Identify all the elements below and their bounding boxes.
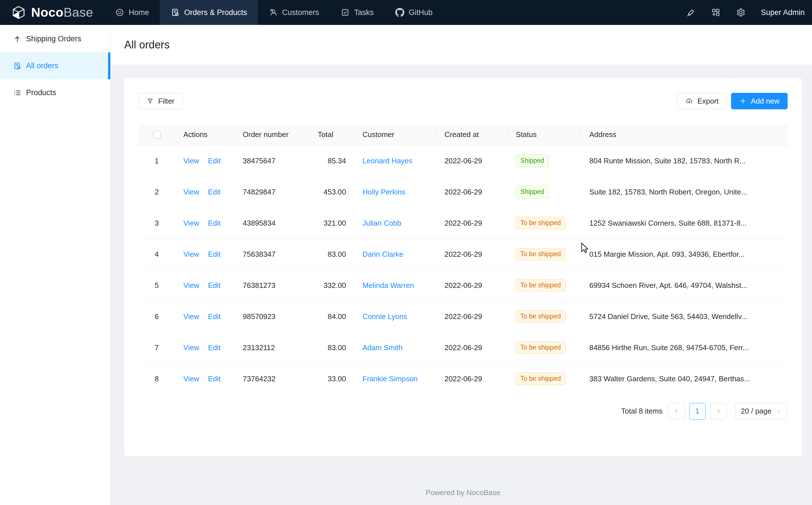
total-cell: 84.00 — [309, 301, 354, 332]
orders-table: Actions Order number Total Customer Crea… — [139, 124, 788, 394]
order-number-cell: 74829847 — [235, 176, 309, 207]
created-at-cell: 2022-06-29 — [436, 363, 508, 394]
table-row: 3 View Edit 43895834 321.00 Julian Cobb … — [139, 207, 788, 238]
table-row: 7 View Edit 23132112 83.00 Adam Smith 20… — [139, 332, 788, 363]
highlighter-icon[interactable] — [686, 8, 696, 17]
toolbar-actions: Export Add new — [677, 93, 788, 109]
nav-item-tasks[interactable]: Tasks — [330, 0, 384, 25]
pagination: Total 8 items 1 20 / page — [139, 403, 788, 419]
edit-link[interactable]: Edit — [208, 374, 221, 383]
sidebar-item-shipping-orders[interactable]: Shipping Orders — [0, 25, 110, 52]
edit-link[interactable]: Edit — [208, 188, 221, 196]
edit-link[interactable]: Edit — [208, 157, 221, 165]
table-row: 6 View Edit 98570923 84.00 Connie Lyons … — [139, 301, 788, 332]
blocks-add-icon[interactable] — [711, 8, 721, 17]
address-cell: 69934 Schoen River, Apt. 646, 49704, Wal… — [581, 270, 765, 301]
view-link[interactable]: View — [183, 219, 199, 227]
table-toolbar: Filter Export — [139, 78, 788, 109]
pagination-next-button[interactable] — [710, 403, 727, 419]
check-square-icon — [341, 8, 350, 17]
plus-icon — [739, 98, 747, 105]
chevron-down-icon — [776, 408, 782, 414]
sidebar-item-products[interactable]: Products — [0, 79, 110, 106]
view-link[interactable]: View — [183, 281, 199, 290]
view-link[interactable]: View — [183, 157, 199, 165]
status-badge: To be shipped — [516, 341, 565, 354]
status-badge: To be shipped — [516, 372, 565, 385]
customer-link[interactable]: Frankie Simpson — [362, 374, 418, 383]
arrow-up-icon — [13, 35, 21, 43]
filter-button[interactable]: Filter — [139, 93, 183, 109]
customer-link[interactable]: Julian Cobb — [362, 219, 401, 227]
row-index: 4 — [139, 238, 175, 270]
customer-link[interactable]: Holly Perkins — [362, 188, 405, 196]
top-navbar: NocoBase Home Orders & Products — [0, 0, 812, 25]
customer-link[interactable]: Leonard Hayes — [362, 157, 412, 165]
export-button[interactable]: Export — [677, 93, 727, 109]
edit-link[interactable]: Edit — [208, 281, 221, 290]
column-header-created-at: Created at — [436, 124, 508, 145]
order-number-cell: 23132112 — [235, 332, 309, 363]
gear-icon[interactable] — [736, 8, 746, 17]
created-at-cell: 2022-06-29 — [436, 301, 508, 332]
column-header-actions: Actions — [175, 124, 235, 145]
view-link[interactable]: View — [183, 188, 199, 196]
nav-item-orders-products[interactable]: Orders & Products — [160, 0, 258, 25]
chevron-right-icon — [715, 408, 722, 414]
row-index: 2 — [139, 176, 175, 207]
sidebar-item-all-orders[interactable]: All orders — [0, 52, 110, 79]
table-row: 1 View Edit 38475647 85.34 Leonard Hayes… — [139, 145, 788, 176]
table-row: 4 View Edit 75638347 83.00 Darin Clarke … — [139, 238, 788, 270]
customer-link[interactable]: Darin Clarke — [362, 250, 403, 259]
nav-item-customers[interactable]: Customers — [258, 0, 330, 25]
chevron-left-icon — [673, 408, 680, 414]
status-badge: To be shipped — [516, 248, 565, 260]
edit-link[interactable]: Edit — [208, 250, 221, 259]
nocobase-cube-icon — [11, 5, 26, 20]
cloud-download-icon — [685, 97, 693, 105]
select-all-checkbox[interactable] — [153, 131, 161, 139]
view-link[interactable]: View — [183, 343, 199, 352]
customer-link[interactable]: Adam Smith — [362, 343, 402, 352]
view-link[interactable]: View — [183, 312, 199, 321]
order-number-cell: 43895834 — [235, 207, 309, 238]
navbar-right: Super Admin — [686, 8, 805, 17]
address-cell: 015 Margie Mission, Apt. 093, 34936, Ebe… — [581, 238, 765, 270]
customer-link[interactable]: Melinda Warren — [362, 281, 414, 290]
address-cell: 5724 Daniel Drive, Suite 563, 54403, Wen… — [581, 301, 765, 332]
user-menu[interactable]: Super Admin — [761, 8, 805, 17]
nav-item-home[interactable]: Home — [104, 0, 160, 25]
customer-link[interactable]: Connie Lyons — [362, 312, 407, 321]
address-cell: 804 Runte Mission, Suite 182, 15783, Nor… — [581, 145, 765, 176]
column-header-order-number: Order number — [235, 124, 309, 145]
order-number-cell: 76381273 — [235, 270, 309, 301]
view-link[interactable]: View — [183, 374, 199, 383]
address-cell: Suite 182, 15783, North Robert, Oregon, … — [581, 176, 765, 207]
created-at-cell: 2022-06-29 — [436, 332, 508, 363]
view-link[interactable]: View — [183, 250, 199, 259]
table-row: 2 View Edit 74829847 453.00 Holly Perkin… — [139, 176, 788, 207]
edit-link[interactable]: Edit — [208, 219, 221, 227]
total-cell: 332.00 — [309, 270, 354, 301]
created-at-cell: 2022-06-29 — [436, 145, 508, 176]
pagination-total: Total 8 items — [621, 407, 662, 415]
page-header: All orders — [110, 25, 812, 64]
pagination-page-1[interactable]: 1 — [689, 403, 706, 419]
order-number-cell: 75638347 — [235, 238, 309, 270]
nocobase-logo[interactable]: NocoBase — [11, 5, 93, 20]
edit-link[interactable]: Edit — [208, 343, 221, 352]
github-icon — [395, 8, 404, 17]
pagination-prev-button[interactable] — [668, 403, 685, 419]
nav-item-github[interactable]: GitHub — [384, 0, 443, 25]
brand-text: NocoBase — [31, 5, 93, 20]
address-cell: 383 Walter Gardens, Suite 040, 24947, Be… — [581, 363, 765, 394]
table-header-row: Actions Order number Total Customer Crea… — [139, 124, 788, 145]
status-badge: To be shipped — [516, 310, 565, 322]
page-size-select[interactable]: 20 / page — [735, 403, 788, 419]
main-layout: Shipping Orders All orders — [0, 25, 812, 505]
edit-link[interactable]: Edit — [208, 312, 221, 321]
total-cell: 321.00 — [309, 207, 354, 238]
add-new-button[interactable]: Add new — [731, 93, 788, 109]
total-cell: 83.00 — [309, 238, 354, 270]
page-title: All orders — [124, 39, 170, 51]
